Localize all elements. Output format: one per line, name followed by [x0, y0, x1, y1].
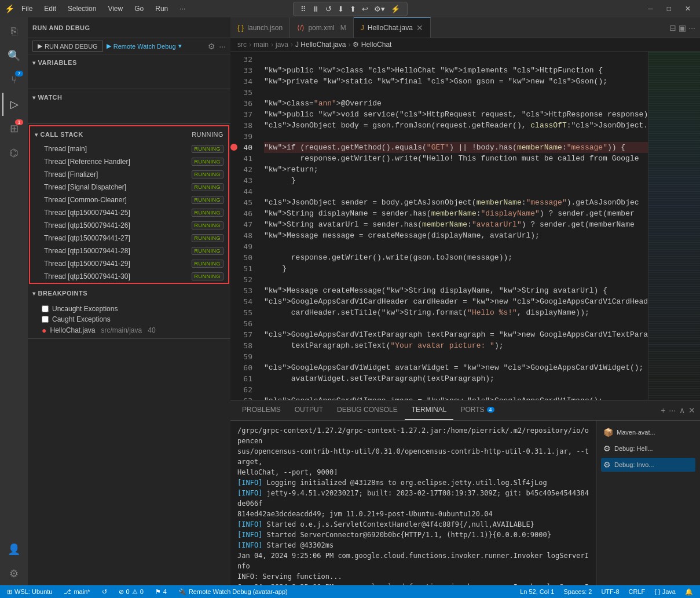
close-panel-btn[interactable]: ✕: [688, 406, 695, 415]
layout-btn[interactable]: ▣: [679, 23, 686, 32]
tab-output[interactable]: OUTPUT: [288, 400, 330, 420]
debug-gear-btn[interactable]: ⚙▾: [372, 3, 387, 14]
thread-status-badge: RUNNING: [192, 272, 224, 280]
debug-session-label: Remote Watch Debug (avatar-app): [189, 588, 288, 595]
status-language[interactable]: { } Java: [652, 588, 678, 596]
menu-view[interactable]: View: [105, 3, 125, 14]
new-terminal-btn[interactable]: +: [661, 406, 665, 415]
breadcrumb-file[interactable]: J HelloChat.java: [295, 41, 346, 49]
thread-item[interactable]: Thread [qtp1500079441-27] RUNNING: [30, 232, 228, 245]
sidebar-item-run-debug[interactable]: ▷: [2, 93, 25, 116]
tab-terminal[interactable]: TERMINAL: [405, 400, 454, 420]
debug-step-back-btn[interactable]: ↩: [360, 3, 371, 14]
menu-more[interactable]: ···: [177, 3, 188, 14]
call-stack-header[interactable]: ▾ CALL STACK Running: [30, 126, 228, 143]
code-editor[interactable]: "kw">public "kw">class "cls">HelloChat "…: [259, 52, 648, 400]
sidebar-item-source-control[interactable]: ⑂ 7: [2, 68, 25, 92]
terminal[interactable]: /grpc/grpc-context/1.27.2/grpc-context-1…: [230, 421, 596, 585]
tab-problems[interactable]: PROBLEMS: [235, 400, 288, 420]
debug-grid-btn[interactable]: ⠿: [298, 3, 309, 14]
sidebar-title: RUN AND DEBUG: [32, 24, 90, 31]
menu-file[interactable]: File: [19, 3, 35, 14]
thread-item[interactable]: Thread [qtp1500079441-28] RUNNING: [30, 245, 228, 257]
sidebar-item-extensions[interactable]: ⊞ 1: [2, 117, 25, 140]
thread-item[interactable]: Thread [Common-Cleaner] RUNNING: [30, 194, 228, 206]
code-line: "cls">GoogleAppsCardV1Image image = "kw"…: [264, 395, 648, 400]
thread-item[interactable]: Thread [qtp1500079441-25] RUNNING: [30, 206, 228, 219]
line-number: 60: [230, 362, 252, 373]
sidebar-item-search[interactable]: 🔍: [2, 44, 25, 67]
minimize-btn[interactable]: ─: [643, 2, 658, 15]
split-terminal-btn[interactable]: ···: [669, 406, 676, 415]
menu-run[interactable]: Run: [153, 3, 170, 14]
thread-item[interactable]: Thread [qtp1500079441-30] RUNNING: [30, 270, 228, 283]
debug-more-btn[interactable]: ···: [219, 42, 226, 51]
terminal-sidebar-item[interactable]: ⚙ Debug: Hell...: [601, 442, 695, 455]
status-errors[interactable]: ⊘ 0 ⚠ 0: [116, 588, 146, 596]
code-line: [264, 131, 648, 142]
status-remote[interactable]: ⊞ WSL: Ubuntu: [5, 588, 54, 596]
status-flags[interactable]: ⚑ 4: [153, 588, 169, 596]
sidebar-item-test[interactable]: ⌬: [2, 141, 25, 165]
caught-checkbox[interactable]: [42, 316, 49, 323]
menu-go[interactable]: Go: [132, 3, 146, 14]
breadcrumb-src[interactable]: src: [237, 41, 247, 49]
code-line: }: [264, 175, 648, 186]
close-btn[interactable]: ✕: [680, 2, 695, 15]
menu-edit[interactable]: Edit: [42, 3, 58, 14]
run-and-debug-button[interactable]: ▶ RUN AND DEBUG: [32, 41, 103, 52]
sidebar-item-settings[interactable]: ⚙: [2, 562, 25, 585]
sidebar-item-explorer[interactable]: ⎘: [2, 20, 25, 43]
terminal-sidebar-item[interactable]: 📦 Maven-avat...: [601, 425, 695, 439]
code-line: "kw">public "kw">void service("cls">Http…: [264, 109, 648, 120]
debug-step-over-btn[interactable]: ⬇: [335, 3, 346, 14]
variables-section: ▾ VARIABLES: [28, 54, 230, 89]
chevron-icon: ▾: [32, 290, 36, 297]
menu-selection[interactable]: Selection: [65, 3, 98, 14]
status-spaces[interactable]: Spaces: 2: [561, 588, 594, 596]
line-number: 49: [230, 241, 252, 252]
tab-launch-json[interactable]: { } launch.json: [230, 17, 290, 38]
thread-item[interactable]: Thread [Finalizer] RUNNING: [30, 168, 228, 181]
maximize-panel-btn[interactable]: ∧: [679, 406, 685, 415]
sidebar-item-account[interactable]: 👤: [2, 538, 25, 561]
status-eol[interactable]: CRLF: [626, 588, 648, 596]
debug-settings-btn[interactable]: ⚙: [208, 42, 215, 51]
debug-lightning-btn[interactable]: ⚡: [389, 3, 402, 14]
thread-item[interactable]: Thread [Signal Dispatcher] RUNNING: [30, 181, 228, 194]
terminal-sidebar-item[interactable]: ⚙ Debug: Invo...: [601, 458, 695, 472]
tab-close-btn[interactable]: ✕: [416, 23, 423, 32]
debug-config-selector[interactable]: ▶ Remote Watch Debug ▾: [107, 42, 182, 50]
uncaught-checkbox[interactable]: [42, 305, 49, 312]
tab-pom-xml[interactable]: ⟨/⟩ pom.xml M: [290, 17, 354, 38]
tab-hellochat-java[interactable]: J HelloChat.java ✕: [354, 17, 431, 38]
status-cursor[interactable]: Ln 52, Col 1: [518, 588, 556, 596]
watch-header[interactable]: ▾ WATCH: [28, 89, 230, 105]
chevron-icon: ▾: [32, 94, 36, 101]
thread-item[interactable]: Thread [main] RUNNING: [30, 143, 228, 155]
status-notifications[interactable]: 🔔: [683, 588, 695, 596]
debug-step-up-btn[interactable]: ⬆: [347, 3, 358, 14]
maximize-btn[interactable]: □: [662, 2, 676, 15]
debug-pause-btn[interactable]: ⏸: [310, 3, 322, 14]
status-encoding[interactable]: UTF-8: [599, 588, 621, 596]
tab-ports[interactable]: PORTS 4: [453, 400, 501, 420]
breadcrumb-main[interactable]: main: [254, 41, 269, 49]
status-debug-session[interactable]: 🔌 Remote Watch Debug (avatar-app): [176, 588, 290, 596]
debug-restart-btn[interactable]: ↺: [323, 3, 334, 14]
status-branch[interactable]: ⎇ main*: [61, 588, 92, 596]
variables-header[interactable]: ▾ VARIABLES: [28, 54, 230, 71]
line-number: 46: [230, 208, 252, 219]
split-editor-btn[interactable]: ⊟: [669, 23, 676, 32]
breakpoints-header[interactable]: ▾ BREAKPOINTS: [28, 285, 230, 301]
thread-item[interactable]: Thread [qtp1500079441-29] RUNNING: [30, 257, 228, 270]
breakpoint-file[interactable]: ● HelloChat.java src/main/java 40: [42, 324, 226, 336]
thread-item[interactable]: Thread [Reference Handler] RUNNING: [30, 155, 228, 168]
status-sync[interactable]: ↺: [100, 588, 109, 596]
thread-name: Thread [qtp1500079441-29]: [44, 260, 130, 268]
more-actions-btn[interactable]: ···: [688, 23, 695, 32]
breadcrumb-java[interactable]: java: [276, 41, 288, 49]
thread-item[interactable]: Thread [qtp1500079441-26] RUNNING: [30, 219, 228, 232]
tab-debug-console[interactable]: DEBUG CONSOLE: [330, 400, 405, 420]
breadcrumb-class[interactable]: ⚙ HelloChat: [353, 41, 391, 49]
